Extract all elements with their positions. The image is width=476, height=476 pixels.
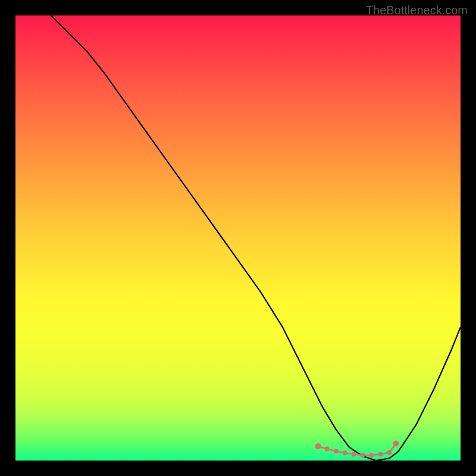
marker-dot [369,453,374,458]
bottleneck-curve [51,15,461,461]
marker-dot [378,452,383,457]
marker-dot [325,447,330,452]
plot-area [15,15,461,461]
marker-line [318,444,396,455]
marker-dot [343,450,347,455]
chart-svg [15,15,461,461]
marker-dot [360,453,365,458]
marker-dot [334,449,339,453]
watermark-text: TheBottleneck.com [366,4,468,17]
optimal-range-markers [315,441,399,458]
marker-dot [387,450,392,455]
marker-dot [352,452,356,457]
marker-dot [315,443,321,449]
marker-dot [393,441,399,447]
